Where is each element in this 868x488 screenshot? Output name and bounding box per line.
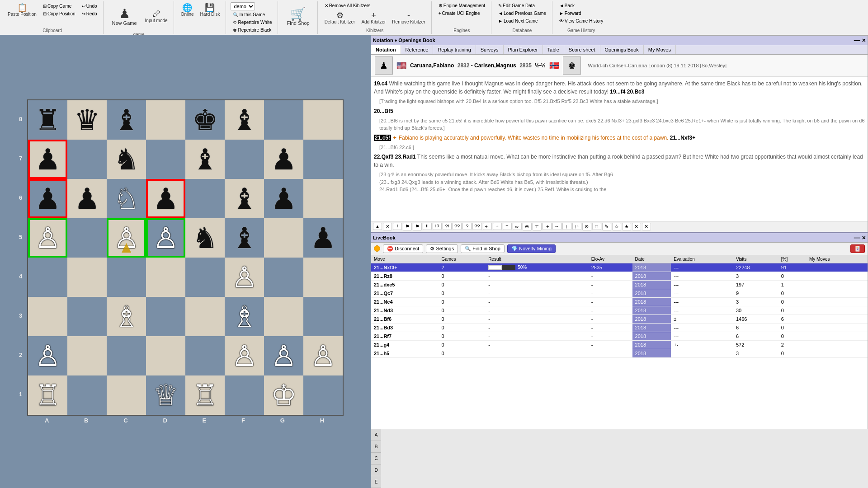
square-d3[interactable] — [146, 297, 185, 336]
sym-inf[interactable]: ∞ — [513, 223, 522, 230]
sym-eq[interactable]: = — [503, 223, 512, 230]
livebook-table-container[interactable]: Move Games Result Elo-Av Date Evaluation… — [371, 255, 868, 429]
sym-x3[interactable]: ✕ — [632, 223, 641, 230]
move-21nxf3[interactable]: 21...Nxf3+ — [670, 135, 695, 141]
in-this-game-button[interactable]: 🔍In this Game — [231, 11, 267, 18]
tab-surveys[interactable]: Surveys — [476, 45, 504, 54]
sym-pencil[interactable]: ✎ — [602, 223, 611, 230]
notation-close-btn[interactable]: × — [862, 37, 866, 44]
copy-game-button[interactable]: ⊞Copy Game — [41, 3, 78, 9]
square-h6[interactable] — [303, 179, 343, 218]
sym-exclaim-question[interactable]: !? — [433, 223, 442, 230]
move-cell[interactable]: 21...g4 — [371, 340, 439, 349]
tab-score-sheet[interactable]: Score sheet — [564, 45, 600, 54]
sym-circle[interactable]: ⊕ — [523, 223, 532, 230]
square-h8[interactable] — [303, 100, 343, 140]
square-f2[interactable]: ♙ — [225, 336, 264, 375]
square-g6[interactable]: ♟ — [264, 179, 303, 218]
move-20bc3[interactable]: 20.Bc3 — [627, 89, 645, 95]
paste-position-button[interactable]: 📋 Paste Position — [5, 2, 39, 18]
sym-x2[interactable]: ⊗ — [582, 223, 591, 230]
back-button[interactable]: ◄Back — [557, 2, 577, 9]
square-e3[interactable] — [185, 297, 225, 336]
notation-text[interactable]: 19.c4 While watching this game live I th… — [371, 77, 868, 221]
undo-button[interactable]: ↩Undo — [80, 3, 99, 9]
square-c3[interactable]: ♗ — [107, 297, 146, 336]
square-a1[interactable]: ♖ — [28, 375, 67, 415]
move-cell[interactable]: 21...h5 — [371, 349, 439, 357]
livebook-row[interactable]: 21...Nc4 0 - - 2018 --- 3 0 — [371, 297, 868, 306]
square-a4[interactable] — [28, 258, 67, 297]
move-19f4[interactable]: 19...f4 — [610, 89, 625, 95]
square-g3[interactable] — [264, 297, 303, 336]
square-c7[interactable]: ♞ — [107, 140, 146, 179]
square-c8[interactable]: ♝ — [107, 100, 146, 140]
online-button[interactable]: 🌐 Online — [179, 2, 196, 18]
livebook-find-shop-button[interactable]: 🔍 Find in Shop — [461, 244, 505, 253]
square-c2[interactable] — [107, 336, 146, 375]
square-f3[interactable]: ♗ — [225, 297, 264, 336]
sym-arrow[interactable]: → — [552, 223, 561, 230]
square-e1[interactable]: ♖ — [185, 375, 225, 415]
livebook-row[interactable]: 21...Rz8 0 - - 2018 --- 3 0 — [371, 272, 868, 280]
settings-button[interactable]: ⚙ Settings — [426, 244, 458, 253]
sym-flag2[interactable]: ⚑ — [413, 223, 422, 230]
sym-exclaim[interactable]: ! — [393, 223, 402, 230]
move-cell[interactable]: 21...dxc5 — [371, 280, 439, 289]
livebook-row[interactable]: 21...Rf7 0 - - 2018 --- 6 0 — [371, 332, 868, 340]
square-a5[interactable]: ♙ — [28, 218, 67, 258]
square-e8[interactable]: ♚ — [185, 100, 225, 140]
tab-plan-explorer[interactable]: Plan Explorer — [504, 45, 543, 54]
square-c6[interactable]: ♘ — [107, 179, 146, 218]
square-a3[interactable] — [28, 297, 67, 336]
square-g2[interactable]: ♙ — [264, 336, 303, 375]
square-g8[interactable] — [264, 100, 303, 140]
square-h3[interactable] — [303, 297, 343, 336]
copy-position-button[interactable]: ⊟Copy Position — [41, 10, 78, 17]
sym-square[interactable]: □ — [592, 223, 601, 230]
square-h5[interactable]: ♟ — [303, 218, 343, 258]
forward-button[interactable]: ►Forward — [557, 10, 584, 17]
square-a7[interactable]: ♟ — [28, 140, 67, 179]
move-20bf5[interactable]: 20...Bf5 — [374, 108, 393, 114]
square-e7[interactable]: ♝ — [185, 140, 225, 179]
square-d6[interactable]: ♟ — [146, 179, 185, 218]
create-uci-engine-button[interactable]: +Create UCI Engine — [436, 10, 482, 17]
square-b5[interactable] — [67, 218, 107, 258]
livebook-close-btn[interactable]: × — [862, 234, 866, 241]
move-cell[interactable]: 21...Bd3 — [371, 323, 439, 332]
chess-board[interactable]: ♜ ♛ ♝ ♚ ♝ ♟ ♞ ♝ ♟ ♟ ♟ ♘ — [27, 99, 344, 416]
edit-game-data-button[interactable]: ✎Edit Game Data — [496, 2, 537, 9]
square-f5[interactable]: ♝ — [225, 218, 264, 258]
square-e5[interactable]: ♞ — [185, 218, 225, 258]
engine-management-button[interactable]: ⚙Engine Management — [436, 2, 487, 9]
livebook-row[interactable]: 21...h5 0 - - 2018 --- 3 0 — [371, 349, 868, 357]
square-d2[interactable] — [146, 336, 185, 375]
livebook-row[interactable]: 21...dxc5 0 - - 2018 --- 197 1 — [371, 280, 868, 289]
side-icon-4[interactable]: D — [371, 465, 381, 476]
square-f6[interactable]: ♝ — [225, 179, 264, 218]
novelty-mining-button[interactable]: 💎 Novelty Mining — [507, 244, 556, 253]
sym-triangle[interactable]: ▲ — [373, 223, 382, 230]
square-b3[interactable] — [67, 297, 107, 336]
square-a2[interactable]: ♙ — [28, 336, 67, 375]
tab-notation[interactable]: Notation — [371, 45, 401, 54]
move-22qxf3[interactable]: 22.Qxf3 — [374, 154, 393, 160]
livebook-row[interactable]: 21...Nxf3+ 2 50% 2835 2018 --- 22248 91 — [371, 263, 868, 272]
livebook-row[interactable]: 21...Bf6 0 - - 2018 ± 1466 6 — [371, 314, 868, 323]
sym-plus-eq[interactable]: ± — [493, 223, 502, 230]
square-d7[interactable] — [146, 140, 185, 179]
tab-reference[interactable]: Reference — [401, 45, 434, 54]
square-c4[interactable] — [107, 258, 146, 297]
livebook-row[interactable]: 21...g4 0 - - 2018 +- 572 2 — [371, 340, 868, 349]
square-b1[interactable] — [67, 375, 107, 415]
database-select[interactable]: demo — [231, 2, 255, 10]
square-b4[interactable] — [67, 258, 107, 297]
sym-question[interactable]: ? — [462, 223, 472, 230]
livebook-row[interactable]: 21...Nd3 0 - - 2018 --- 30 0 — [371, 306, 868, 314]
load-next-game-button[interactable]: ►Load Next Game — [496, 18, 540, 24]
sym-x4[interactable]: ✕ — [642, 223, 651, 230]
tab-replay-training[interactable]: Replay training — [433, 45, 476, 54]
sym-double-question2[interactable]: ?? — [472, 223, 481, 230]
remove-all-kibitzers-button[interactable]: ✕Remove All Kibitzers — [322, 2, 373, 9]
